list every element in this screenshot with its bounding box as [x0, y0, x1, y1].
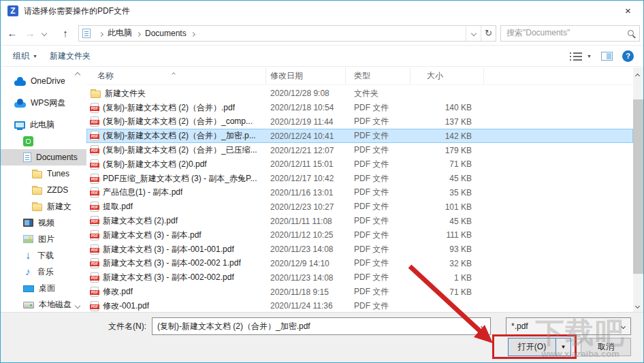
organize-label: 组织 — [13, 50, 29, 62]
onedrive-cloud-icon — [14, 80, 26, 86]
cancel-button[interactable]: 取消 — [581, 338, 631, 356]
file-type: PDF 文件 — [346, 173, 410, 185]
open-split-button[interactable]: 打开(O) ▼ — [508, 338, 571, 356]
downloads-icon — [23, 251, 33, 260]
back-button[interactable]: ← — [3, 27, 21, 39]
vertical-scrollbar[interactable] — [633, 67, 643, 313]
file-row[interactable]: 修改.pdf2020/11/18 9:15PDF 文件71 KB — [86, 285, 633, 299]
file-type: PDF 文件 — [346, 230, 410, 241]
file-row[interactable]: PDF压缩_新建文本文档 (3) - 副本_赤兔P...2020/12/17 1… — [86, 172, 633, 186]
sidebar-item-label: 音乐 — [37, 266, 54, 278]
pdf-icon — [91, 216, 99, 226]
file-size: 137 KB — [410, 117, 484, 127]
view-dropdown-arrow-icon: ▼ — [587, 54, 592, 59]
sidebar-item-label: Tunes — [47, 169, 69, 178]
file-type: 文件夹 — [346, 88, 410, 99]
new-folder-button[interactable]: 新建文件夹 — [50, 50, 91, 62]
file-size: 71 KB — [410, 159, 484, 169]
file-row[interactable]: 新建文本文档 (3) - 副本-002-002 1.pdf2020/12/9 1… — [86, 257, 633, 271]
refresh-button[interactable]: ↻ — [481, 26, 496, 41]
file-date: 2020/12/21 12:07 — [266, 146, 346, 155]
sidebar-item-zzds[interactable]: ZZDS — [1, 182, 86, 198]
file-name: PDF压缩_新建文本文档 (3) - 副本_赤兔P... — [103, 173, 257, 185]
file-row[interactable]: 新建文本文档 (3) - 副本-002-002.pdf2020/11/23 14… — [86, 270, 633, 285]
scroll-down-icon[interactable] — [636, 300, 639, 310]
scrollbar-thumb[interactable] — [633, 99, 643, 274]
file-name: (复制)-新建文本文档 (2)（合并）.pdf — [103, 102, 235, 114]
breadcrumb-separator-icon — [137, 29, 140, 38]
sidebar-item-pictures[interactable]: 图片 — [1, 231, 86, 247]
file-row[interactable]: (复制)-新建文本文档 (2)（合并）_加密.p...2020/12/24 10… — [86, 129, 633, 143]
forward-button[interactable]: → — [21, 27, 39, 39]
file-size: 140 KB — [410, 103, 484, 112]
up-button[interactable]: ↑ — [57, 27, 74, 39]
sidebar-item-label: 新建文 — [47, 201, 71, 212]
breadcrumb-this-pc[interactable]: 此电脑 — [108, 27, 132, 39]
column-header-size[interactable]: 大小 — [410, 67, 484, 84]
sidebar-item-new-folder[interactable]: 新建文 — [1, 198, 86, 215]
sidebar-item-documents[interactable]: Documents — [1, 149, 86, 165]
filename-dropdown-icon[interactable] — [481, 324, 485, 329]
open-dropdown-arrow-icon[interactable]: ▼ — [556, 338, 570, 356]
file-type: PDF 文件 — [346, 286, 410, 298]
file-type: PDF 文件 — [346, 159, 410, 170]
help-icon[interactable]: ? — [622, 50, 634, 62]
organize-menu-button[interactable]: 组织 ▼ — [13, 50, 37, 62]
file-name: (复制)-新建文本文档 (2)（合并）_已压缩... — [103, 144, 257, 156]
file-name: (复制)-新建文本文档 (2)（合并）_加密.p... — [103, 130, 256, 142]
scroll-up-icon[interactable] — [636, 70, 639, 80]
address-bar[interactable]: 此电脑 Documents ↻ — [78, 25, 496, 42]
folder-icon — [32, 204, 42, 211]
file-type: PDF 文件 — [346, 144, 410, 156]
search-input[interactable]: 搜索"Documents" — [500, 25, 640, 42]
breadcrumb-separator-icon — [99, 29, 103, 38]
file-list: 名称修改日期类型大小 新建文件夹2020/12/28 9:08文件夹(复制)-新… — [86, 67, 633, 313]
file-row[interactable]: 新建文本文档 (3) - 副本.pdf2020/11/12 10:25PDF 文… — [86, 228, 633, 242]
file-name: 新建文本文档 (3) - 副本-002-002 1.pdf — [103, 257, 241, 269]
address-dropdown-button[interactable] — [466, 26, 481, 41]
sidebar-item-local-disk[interactable]: 本地磁盘 — [1, 296, 86, 313]
file-size: 45 KB — [410, 174, 484, 183]
sidebar-item-desktop[interactable]: 桌面 — [1, 280, 86, 296]
file-row[interactable]: 新建文本文档 (2).pdf2020/11/11 11:08PDF 文件45 K… — [86, 214, 633, 228]
preview-pane-icon[interactable] — [601, 52, 613, 61]
file-row[interactable]: 新建文件夹2020/12/28 9:08文件夹 — [86, 86, 633, 101]
filetype-select[interactable]: *.pdf — [506, 317, 631, 335]
command-bar: 组织 ▼ 新建文件夹 ▼ ? — [1, 46, 643, 67]
file-row[interactable]: (复制)-新建文本文档 (2)（合并）_comp...2020/12/19 11… — [86, 115, 633, 129]
sidebar-item-music[interactable]: 音乐 — [1, 264, 86, 280]
file-name: (复制)-新建文本文档 (2)（合并）_comp... — [103, 116, 253, 127]
file-row[interactable]: 新建文本文档 (3) - 副本-001-001.pdf2020/11/23 14… — [86, 242, 633, 257]
sidebar-item-videos[interactable]: 视频 — [1, 215, 86, 231]
recent-locations-chevron-icon[interactable] — [39, 31, 50, 35]
file-row[interactable]: (复制)-新建文本文档 (2)0.pdf2020/12/11 15:01PDF … — [86, 157, 633, 172]
sidebar-item-this-pc[interactable]: 此电脑 — [1, 116, 86, 133]
close-button[interactable]: × — [613, 1, 643, 20]
open-button[interactable]: 打开(O) — [509, 338, 556, 356]
filename-input[interactable]: (复制)-新建文本文档 (2)（合并）_加密.pdf — [152, 317, 491, 335]
sidebar-scroll-down-icon[interactable] — [76, 300, 80, 310]
column-header-name[interactable]: 名称 — [86, 67, 266, 84]
column-header-type[interactable]: 类型 — [346, 67, 410, 84]
breadcrumb-documents[interactable]: Documents — [145, 29, 187, 38]
sidebar-item-onedrive[interactable]: OneDrive — [1, 73, 86, 89]
pdf-icon — [91, 230, 99, 240]
file-size: 45 KB — [410, 217, 484, 226]
file-row[interactable]: 产品信息(1) - 副本.pdf2020/11/16 13:01PDF 文件35… — [86, 186, 633, 200]
column-headers: 名称修改日期类型大小 — [86, 67, 633, 85]
file-name: 修改-001.pdf — [103, 300, 149, 312]
sidebar-item-tunes[interactable]: Tunes — [1, 165, 86, 182]
change-view-button[interactable]: ▼ — [570, 52, 592, 61]
folder-icon — [32, 171, 42, 178]
sidebar-item-wps[interactable]: WPS网盘 — [1, 95, 86, 111]
sidebar-scroll-up-icon[interactable] — [76, 69, 80, 79]
sidebar-item-green-app[interactable] — [1, 133, 86, 149]
file-row[interactable]: (复制)-新建文本文档 (2)（合并）.pdf2020/12/18 10:54P… — [86, 101, 633, 115]
sidebar-item-label: Documents — [36, 153, 78, 162]
file-row[interactable]: (复制)-新建文本文档 (2)（合并）_已压缩...2020/12/21 12:… — [86, 143, 633, 157]
file-row[interactable]: 修改-001.pdf2020/11/24 11:36PDF 文件 — [86, 299, 633, 313]
column-header-date[interactable]: 修改日期 — [266, 67, 346, 84]
sidebar-item-downloads[interactable]: 下载 — [1, 247, 86, 264]
file-size: 101 KB — [410, 202, 484, 212]
file-row[interactable]: 提取.pdf2020/12/23 10:27PDF 文件101 KB — [86, 200, 633, 214]
